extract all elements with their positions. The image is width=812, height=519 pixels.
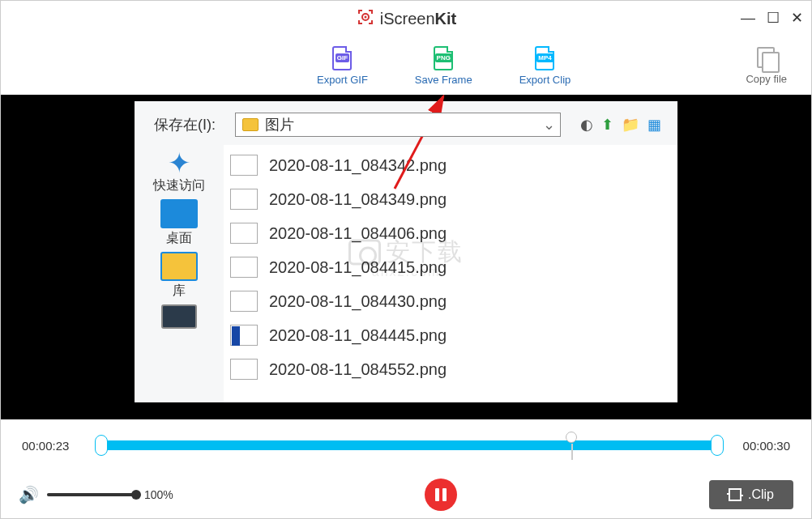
copy-file-label: Copy file — [746, 73, 787, 85]
back-icon[interactable]: ◐ — [580, 116, 593, 134]
export-gif-label: Export GIF — [317, 74, 368, 86]
desktop-icon — [160, 199, 198, 228]
file-icon — [230, 291, 258, 312]
video-preview[interactable]: 保存在(I): 图片 ⌄ ◐ ⬆ 📁 ▦ ✦快速访问 桌面 库 2020-08-… — [1, 95, 811, 419]
file-icon — [230, 189, 258, 210]
gif-icon: GIF — [332, 46, 352, 70]
copy-file-button[interactable]: Copy file — [746, 47, 787, 85]
app-title-suffix: Kit — [435, 10, 457, 28]
app-title-wrap: iScreenKit — [356, 7, 456, 30]
export-clip-label: Export Clip — [519, 74, 571, 86]
save-frame-button[interactable]: PNG Save Frame — [415, 46, 472, 86]
file-icon — [230, 223, 258, 244]
pause-icon — [435, 488, 447, 501]
chevron-down-icon: ⌄ — [543, 116, 555, 134]
app-title-prefix: iScreen — [380, 10, 435, 28]
dialog-sidebar: ✦快速访问 桌面 库 — [135, 145, 224, 402]
crop-icon — [729, 488, 741, 501]
save-in-label: 保存在(I): — [154, 115, 216, 134]
timeline: 00:00:23 00:00:30 — [1, 419, 811, 471]
timeline-track[interactable] — [95, 438, 717, 453]
sidebar-quick-access[interactable]: ✦快速访问 — [153, 148, 205, 194]
app-title: iScreenKit — [380, 10, 456, 28]
bottom-bar: 🔊 100% .Clip — [1, 471, 811, 518]
save-frame-label: Save Frame — [415, 74, 472, 86]
volume-control: 🔊 100% — [19, 485, 173, 504]
maximize-button[interactable]: ☐ — [767, 11, 780, 25]
sidebar-computer[interactable] — [161, 304, 197, 330]
window-controls: — ☐ ✕ — [741, 11, 803, 25]
preview-frame-content: 保存在(I): 图片 ⌄ ◐ ⬆ 📁 ▦ ✦快速访问 桌面 库 2020-08-… — [135, 101, 677, 402]
list-item[interactable]: 2020-08-11_084445.png — [224, 318, 677, 352]
export-clip-button[interactable]: MP4 Export Clip — [519, 46, 571, 86]
file-icon — [230, 257, 258, 278]
folder-combo-value: 图片 — [265, 115, 294, 134]
clip-button[interactable]: .Clip — [709, 480, 793, 509]
folder-icon — [242, 118, 259, 131]
timeline-selection — [101, 440, 717, 450]
current-time: 00:00:23 — [22, 439, 79, 453]
file-icon — [230, 325, 258, 346]
list-item[interactable]: 2020-08-11_084342.png — [224, 148, 677, 182]
title-bar: iScreenKit — ☐ ✕ — [1, 1, 811, 36]
view-icon[interactable]: ▦ — [647, 116, 661, 134]
mp4-icon: MP4 — [535, 46, 554, 70]
svg-point-1 — [364, 16, 366, 19]
list-item[interactable]: 2020-08-11_084349.png — [224, 182, 677, 216]
file-icon — [230, 155, 258, 176]
close-button[interactable]: ✕ — [791, 11, 803, 25]
png-icon: PNG — [434, 46, 453, 70]
watermark: 安下载 anxz.com — [348, 236, 464, 269]
sidebar-library[interactable]: 库 — [160, 252, 198, 300]
playhead[interactable] — [566, 432, 577, 443]
sidebar-desktop[interactable]: 桌面 — [160, 199, 198, 247]
speaker-icon[interactable]: 🔊 — [19, 485, 39, 504]
copy-icon — [757, 47, 776, 70]
camera-icon — [348, 239, 381, 265]
toolbar: GIF Export GIF PNG Save Frame MP4 Export… — [1, 36, 811, 95]
range-end-handle[interactable] — [711, 435, 724, 456]
library-icon — [160, 252, 198, 281]
computer-icon — [161, 304, 197, 329]
pause-button[interactable] — [425, 479, 457, 511]
total-time: 00:00:30 — [733, 439, 790, 453]
clip-button-label: .Clip — [748, 487, 774, 502]
minimize-button[interactable]: — — [741, 11, 755, 25]
new-folder-icon[interactable]: 📁 — [622, 116, 639, 134]
volume-percent: 100% — [144, 488, 173, 501]
folder-combo[interactable]: 图片 ⌄ — [235, 113, 561, 137]
list-item[interactable]: 2020-08-11_084552.png — [224, 352, 677, 386]
app-logo-icon — [356, 7, 375, 30]
volume-slider[interactable] — [47, 493, 136, 496]
file-list: 2020-08-11_084342.png 2020-08-11_084349.… — [224, 145, 677, 402]
list-item[interactable]: 2020-08-11_084430.png — [224, 284, 677, 318]
export-gif-button[interactable]: GIF Export GIF — [317, 46, 368, 86]
file-icon — [230, 359, 258, 380]
star-icon: ✦ — [168, 148, 190, 177]
range-start-handle[interactable] — [95, 435, 108, 456]
up-icon[interactable]: ⬆ — [601, 116, 613, 134]
